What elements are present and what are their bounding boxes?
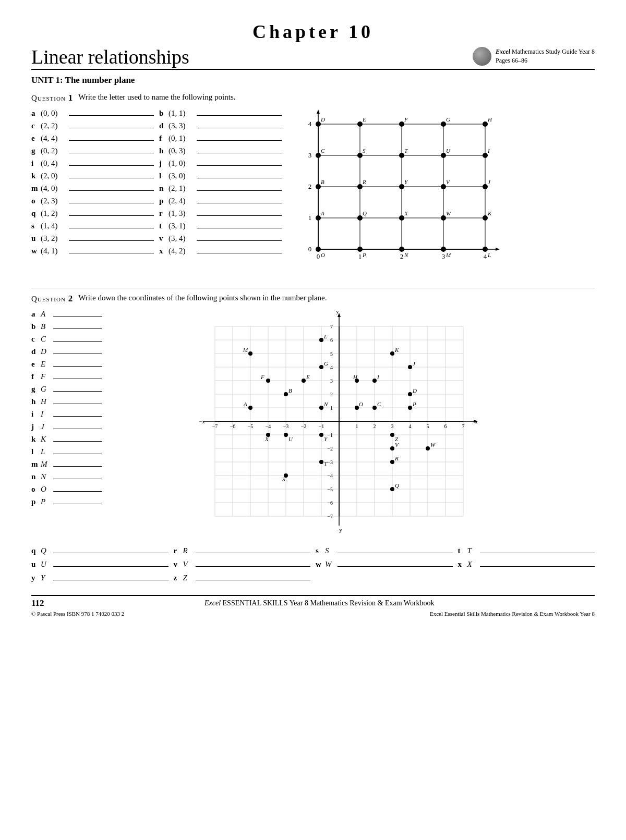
svg-text:O: O [321, 252, 325, 258]
coord-k: (2, 0) [41, 172, 67, 180]
svg-point-144 [372, 406, 377, 410]
svg-text:K: K [487, 210, 492, 216]
q1-label: Question 1 [31, 93, 73, 103]
q2-bottom-answers: q Q r R s S t T u U v V w W x X y Y [31, 546, 595, 585]
q2-row-w: w W [316, 559, 453, 569]
line-d [197, 121, 282, 128]
coord-j: (1, 0) [168, 159, 195, 168]
svg-text:Z: Z [395, 436, 399, 442]
svg-point-50 [441, 184, 446, 189]
coord-a: (0, 0) [41, 109, 67, 118]
answer-row-u: u (3, 2) [31, 234, 154, 243]
footer-description: ESSENTIAL SKILLS Year 8 Mathematics Revi… [223, 599, 435, 607]
answer-row-k: k (2, 0) [31, 171, 154, 180]
al-c: c [31, 121, 39, 130]
svg-text:−1: −1 [327, 432, 333, 438]
coord-t: (3, 1) [168, 222, 195, 230]
answer-row-r: r (1, 3) [159, 209, 282, 218]
answer-row-h: h (0, 3) [159, 146, 282, 155]
svg-text:−7: −7 [327, 514, 333, 519]
q2-row-u: u U [31, 559, 168, 569]
al-p: p [159, 197, 166, 205]
coord-o: (2, 3) [41, 197, 67, 205]
answer-row-f: f (0, 1) [159, 133, 282, 143]
line-s [69, 221, 154, 228]
svg-point-158 [408, 365, 412, 369]
svg-text:F: F [404, 116, 408, 123]
svg-text:J: J [488, 179, 491, 185]
svg-text:6: 6 [444, 423, 447, 429]
svg-text:2: 2 [400, 252, 404, 260]
svg-point-46 [357, 184, 363, 189]
coord-q: (1, 2) [41, 209, 67, 218]
q2-number: 2 [68, 294, 74, 303]
svg-text:W: W [430, 442, 436, 448]
svg-text:A: A [243, 401, 247, 407]
svg-text:E: E [362, 116, 366, 123]
svg-text:A: A [320, 210, 324, 216]
svg-text:3: 3 [308, 151, 312, 159]
q1-instruction: Write the letter used to name the follow… [78, 93, 235, 102]
svg-text:1: 1 [330, 405, 333, 411]
svg-text:D: D [320, 116, 325, 123]
svg-point-140 [248, 406, 252, 410]
answer-row-j: j (1, 0) [159, 159, 282, 168]
svg-text:L: L [323, 333, 327, 339]
footer-brand: Excel [204, 599, 221, 607]
svg-text:−5: −5 [327, 486, 333, 492]
svg-point-26 [357, 121, 363, 127]
svg-text:−6: −6 [327, 500, 333, 506]
svg-point-60 [441, 215, 446, 221]
footer-page-number: 112 [31, 598, 44, 608]
line-w [69, 246, 154, 253]
svg-text:P: P [362, 252, 366, 258]
svg-point-166 [319, 406, 323, 410]
line-j [197, 159, 282, 166]
svg-point-42 [483, 153, 488, 158]
coord-f: (0, 1) [168, 134, 195, 143]
al-t: t [159, 222, 166, 230]
svg-point-170 [408, 406, 412, 410]
q2-row-l: l L [31, 447, 102, 456]
line-q [69, 209, 154, 216]
line-a [69, 108, 154, 116]
svg-point-70 [441, 247, 446, 252]
svg-text:V: V [446, 179, 450, 185]
q2-row-i: i I [31, 409, 102, 419]
chapter-label: Chapter [252, 21, 341, 42]
q2-row-placeholder10 [107, 422, 177, 431]
svg-text:Q: Q [363, 210, 367, 216]
q2-row-placeholder6 [107, 372, 177, 381]
q1-number: 1 [68, 93, 74, 103]
svg-point-150 [266, 379, 270, 383]
svg-text:X: X [264, 436, 269, 442]
line-p [197, 196, 282, 203]
al-v: v [159, 234, 166, 243]
svg-text:4: 4 [409, 423, 412, 429]
footer-isbn: © Pascal Press ISBN 978 1 74020 033 2 [31, 611, 124, 617]
svg-text:3: 3 [442, 252, 446, 260]
svg-point-142 [284, 392, 288, 396]
q2-row-placeholder7 [107, 384, 177, 394]
q2-row-placeholder15 [107, 484, 177, 494]
question1-header: Question 1 Write the letter used to name… [31, 93, 595, 103]
svg-text:B: B [288, 387, 292, 394]
q2-answer-grid: a A b B c C d D [31, 309, 177, 508]
svg-text:5: 5 [427, 423, 429, 429]
svg-text:G: G [324, 360, 328, 367]
al-w: w [31, 247, 39, 255]
svg-point-72 [483, 247, 488, 252]
line-c [69, 121, 154, 128]
q2-row-m: m M [31, 459, 102, 469]
line-b [197, 108, 282, 116]
coord-x: (4, 2) [168, 247, 195, 255]
svg-text:4: 4 [308, 120, 312, 128]
q2-row-a: a A [31, 309, 102, 319]
coord-e: (4, 4) [41, 134, 67, 143]
coord-r: (1, 3) [168, 209, 195, 218]
al-q: q [31, 209, 39, 218]
svg-point-156 [372, 379, 377, 383]
answer-row-g: g (0, 2) [31, 146, 154, 155]
svg-text:5: 5 [330, 351, 333, 357]
coord-i: (0, 4) [41, 159, 67, 168]
